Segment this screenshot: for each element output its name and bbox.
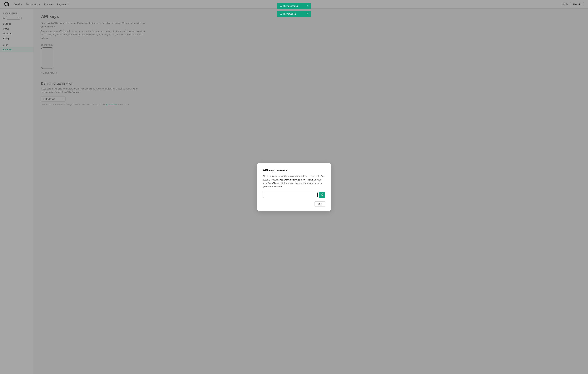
modal-title: API key generated — [263, 169, 325, 172]
modal: API key generated Please save this secre… — [257, 163, 331, 211]
modal-key-row — [263, 192, 325, 198]
copy-key-button[interactable] — [319, 192, 325, 198]
modal-desc-bold: you won't be able to view it again — [280, 179, 314, 181]
copy-icon — [320, 193, 324, 197]
toast-text-1: API key generated! — [280, 5, 298, 7]
toast-close-1[interactable]: × — [306, 5, 308, 7]
ok-button[interactable]: OK — [315, 202, 325, 207]
toast-api-key-generated: API key generated! × — [277, 3, 311, 9]
toast-api-key-revoked: API key revoked × — [277, 11, 311, 17]
modal-overlay: API key generated Please save this secre… — [0, 0, 588, 374]
toast-text-2: API key revoked — [280, 13, 296, 15]
svg-rect-0 — [322, 194, 323, 196]
api-key-input[interactable] — [263, 192, 318, 198]
toast-container: API key generated! × API key revoked × — [277, 3, 311, 17]
modal-desc: Please save this secret key somewhere sa… — [263, 174, 325, 188]
toast-close-2[interactable]: × — [306, 12, 308, 15]
